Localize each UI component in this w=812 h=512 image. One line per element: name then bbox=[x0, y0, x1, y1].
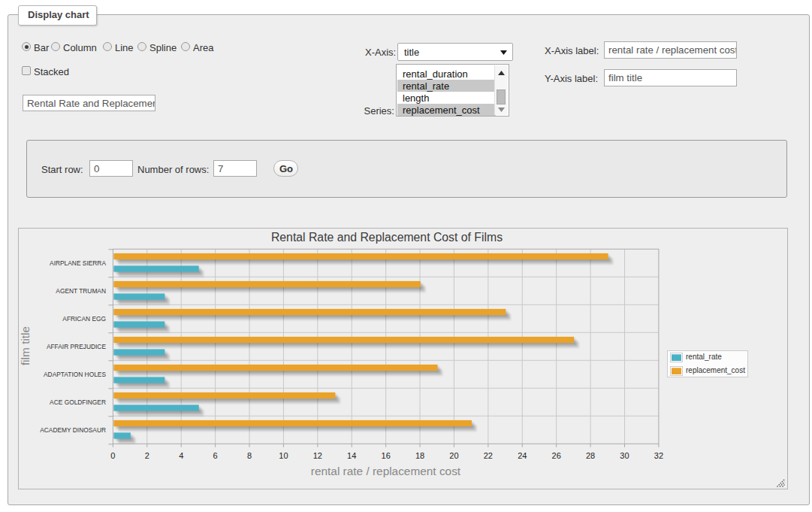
svg-text:replacement_cost: replacement_cost bbox=[686, 366, 745, 374]
svg-text:26: 26 bbox=[552, 451, 561, 460]
svg-text:film title: film title bbox=[19, 326, 32, 365]
svg-text:12: 12 bbox=[313, 451, 322, 460]
svg-text:30: 30 bbox=[620, 451, 629, 460]
svg-text:20: 20 bbox=[449, 451, 458, 460]
svg-text:28: 28 bbox=[586, 451, 595, 460]
svg-text:2: 2 bbox=[145, 451, 149, 460]
svg-text:ACE GOLDFINGER: ACE GOLDFINGER bbox=[50, 398, 106, 406]
svg-text:16: 16 bbox=[382, 451, 391, 460]
svg-text:4: 4 bbox=[179, 451, 183, 460]
svg-text:0: 0 bbox=[110, 451, 115, 460]
svg-text:22: 22 bbox=[484, 451, 493, 460]
svg-text:32: 32 bbox=[654, 451, 663, 460]
svg-text:18: 18 bbox=[415, 451, 424, 460]
svg-text:8: 8 bbox=[247, 451, 252, 460]
svg-text:AFRICAN EGG: AFRICAN EGG bbox=[62, 315, 106, 323]
svg-text:rental_rate: rental_rate bbox=[686, 353, 722, 361]
svg-text:24: 24 bbox=[518, 451, 527, 460]
svg-text:ADAPTATION HOLES: ADAPTATION HOLES bbox=[44, 371, 106, 378]
svg-text:6: 6 bbox=[213, 451, 218, 460]
svg-text:rental rate / replacement cost: rental rate / replacement cost bbox=[311, 465, 461, 477]
svg-text:AIRPLANE SIERRA: AIRPLANE SIERRA bbox=[50, 259, 106, 267]
svg-text:Rental Rate and Replacement Co: Rental Rate and Replacement Cost of Film… bbox=[271, 231, 503, 244]
svg-text:14: 14 bbox=[347, 451, 356, 460]
svg-text:10: 10 bbox=[279, 451, 288, 460]
svg-text:ACADEMY DINOSAUR: ACADEMY DINOSAUR bbox=[40, 426, 106, 434]
svg-text:AFFAIR PREJUDICE: AFFAIR PREJUDICE bbox=[47, 343, 107, 350]
svg-text:AGENT TRUMAN: AGENT TRUMAN bbox=[56, 287, 106, 295]
